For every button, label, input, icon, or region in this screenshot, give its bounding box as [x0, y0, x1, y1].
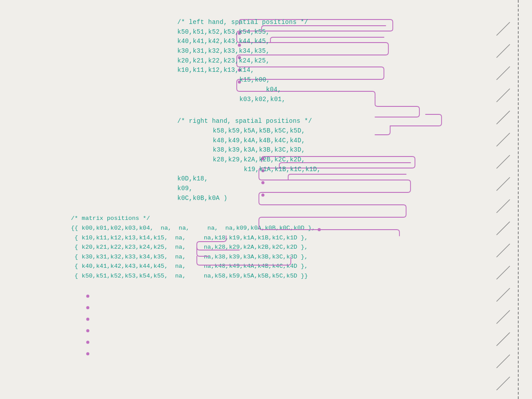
- svg-point-15: [86, 352, 90, 356]
- margin-line: [518, 0, 519, 399]
- matrix-comment: /* matrix positions */: [71, 214, 505, 223]
- right-hand-line-4: k28,k29,k2A,k2B,k2C,k2D,: [177, 155, 505, 165]
- left-hand-line-2: k40,k41,k42,k43,k44,k45,: [177, 37, 505, 47]
- left-hand-line-3: k30,k31,k32,k33,k34,k35,: [177, 47, 505, 56]
- left-hand-line-8: k03,k02,k01,: [177, 95, 505, 105]
- right-hand-line-5: k19,k1A,k1B,k1C,k1D,: [177, 165, 505, 175]
- right-hand-section: /* right hand, spatial positions */ k58,…: [53, 117, 505, 203]
- svg-point-12: [86, 318, 90, 321]
- svg-point-11: [86, 306, 90, 309]
- left-hand-line-4: k20,k21,k22,k23,k24,k25,: [177, 56, 505, 66]
- right-hand-line-6: k0D,k18,: [177, 174, 505, 184]
- right-hand-line-7: k09,: [177, 184, 505, 194]
- matrix-section: /* matrix positions */ {{ k00,k01,k02,k0…: [53, 214, 505, 281]
- left-hand-line-7: k04,: [177, 85, 505, 95]
- right-hand-comment: /* right hand, spatial positions */: [177, 117, 505, 126]
- left-hand-section: /* left hand, spatial positions */ k50,k…: [53, 18, 505, 104]
- matrix-line-4: { k30,k31,k32,k33,k34,k35, na, na,k38,k3…: [71, 252, 505, 262]
- svg-point-13: [86, 329, 90, 332]
- matrix-line-2: { k10,k11,k12,k13,k14,k15, na, na,k18,k1…: [71, 233, 505, 243]
- svg-point-10: [86, 295, 90, 298]
- right-hand-line-3: k38,k39,k3A,k3B,k3C,k3D,: [177, 145, 505, 155]
- matrix-line-5: { k40,k41,k42,k43,k44,k45, na, na,k48,k4…: [71, 262, 505, 271]
- left-hand-line-6: k15,k00,: [177, 75, 505, 85]
- page: /* left hand, spatial positions */ k50,k…: [0, 0, 532, 399]
- matrix-line-1: {{ k00,k01,k02,k03,k04, na, na, na, na,k…: [71, 223, 505, 233]
- left-hand-line-1: k50,k51,k52,k53,k54,k55,: [177, 27, 505, 37]
- right-margin: [505, 0, 532, 399]
- left-hand-comment: /* left hand, spatial positions */: [177, 18, 505, 27]
- matrix-line-6: { k50,k51,k52,k53,k54,k55, na, na,k58,k5…: [71, 271, 505, 281]
- left-hand-line-5: k10,k11,k12,k13,k14,: [177, 66, 505, 75]
- right-hand-line-2: k48,k49,k4A,k4B,k4C,k4D,: [177, 136, 505, 146]
- svg-point-14: [86, 341, 90, 344]
- right-hand-line-1: k58,k59,k5A,k5B,k5C,k5D,: [177, 126, 505, 136]
- right-hand-line-8: k0C,k0B,k0A ): [177, 194, 505, 203]
- matrix-line-3: { k20,k21,k22,k23,k24,k25, na, na,k28,k2…: [71, 243, 505, 252]
